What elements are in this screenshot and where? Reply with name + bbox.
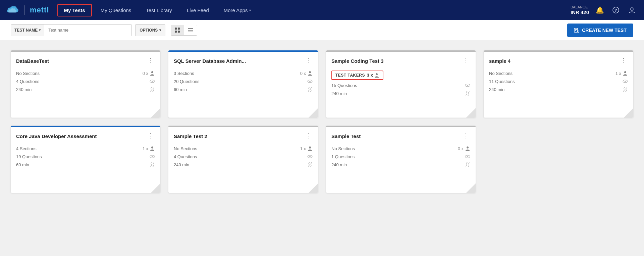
card-dogear [624,108,633,118]
filter-label-btn[interactable]: TEST NAME ▾ [11,25,44,36]
view-toggle [171,25,197,36]
link-icon [465,91,470,96]
list-view-button[interactable] [184,25,197,35]
takers-count: 1 x [300,146,313,151]
svg-point-30 [152,156,153,157]
duration-label: 60 min [16,162,29,167]
card-dogear [466,183,476,193]
card-header: sample 4 ⋮ [484,52,633,68]
takers-count: 1 x [143,146,155,151]
card-duration-row: 240 min [331,162,470,167]
nav-test-library[interactable]: Test Library [140,5,178,16]
link-icon [307,87,313,92]
card-menu-button[interactable]: ⋮ [304,133,313,139]
card-menu-button[interactable]: ⋮ [619,57,628,63]
takers-label: TEST TAKERS [335,73,365,78]
svg-rect-9 [188,32,193,32]
nav-live-feed[interactable]: Live Feed [181,5,215,16]
card-header: Sample Test ⋮ [326,127,476,143]
person-icon [150,146,155,151]
takers-count: 1 x [615,71,628,76]
test-card[interactable]: Sample Test 2 ⋮ No Sections 1 x 4 Questi… [168,126,318,193]
card-sections-row: No Sections 1 x [489,71,628,76]
card-menu-button[interactable]: ⋮ [146,133,155,139]
card-title: Sample Coding Test 3 [331,57,462,65]
test-card[interactable]: Core Java Developer Assessment ⋮ 4 Secti… [11,126,160,193]
svg-point-36 [467,156,468,157]
svg-point-24 [467,85,468,86]
notifications-button[interactable]: 🔔 [594,5,605,15]
card-dogear [309,108,318,118]
toolbar: TEST NAME ▾ OPTIONS ▾ [0,20,644,40]
duration-label: 240 min [174,162,189,167]
card-duration-row: 240 min [331,91,470,96]
duration-label: 240 min [16,87,32,92]
svg-rect-6 [178,31,180,33]
svg-rect-3 [175,28,177,30]
card-sections-row: No Sections 1 x [174,146,313,151]
card-sections-row: 4 Sections 1 x [16,146,155,151]
logo-divider [24,5,24,15]
card-duration-row: 60 min [16,162,155,167]
person-icon [465,146,470,151]
person-icon [150,71,155,76]
card-sections-row: No Sections 0 x [331,146,470,151]
eye-icon [150,154,155,159]
sections-label: 4 Sections [16,146,37,151]
card-title: DataBaseTest [16,57,146,65]
eye-icon [623,79,628,84]
account-button[interactable] [627,5,637,15]
person-icon [374,73,379,78]
svg-rect-10 [574,28,578,32]
card-body: No Sections 0 x 1 Questions 240 min [326,143,476,175]
card-header: Sample Coding Test 3 ⋮ [326,52,476,68]
svg-point-19 [309,71,311,73]
help-button[interactable]: ? [610,5,621,15]
card-body: TEST TAKERS 3 x 15 Questions 240 min [326,68,476,104]
link-icon [150,87,155,92]
logo: mettl [7,5,49,15]
duration-label: 240 min [331,91,347,96]
options-button[interactable]: OPTIONS ▾ [135,24,165,36]
questions-label: 11 Questions [489,79,515,84]
eye-icon [465,83,470,88]
svg-point-31 [309,146,311,148]
card-menu-button[interactable]: ⋮ [462,57,470,63]
card-title: Sample Test 2 [174,133,304,140]
card-menu-button[interactable]: ⋮ [304,57,313,63]
card-header: Core Java Developer Assessment ⋮ [11,127,160,143]
test-card[interactable]: Sample Test ⋮ No Sections 0 x 1 Question… [326,126,476,193]
svg-point-33 [309,156,311,157]
nav-more-apps[interactable]: More Apps ▾ [218,5,257,16]
filter-chevron-icon: ▾ [39,28,41,32]
balance-display: BALANCE INR 420 [571,5,589,15]
nav-my-tests[interactable]: My Tests [57,4,92,16]
sections-label: No Sections [331,146,355,151]
person-icon [307,146,313,151]
create-new-test-button[interactable]: CREATE NEW TEST [567,24,633,37]
card-dogear [309,183,318,193]
svg-point-2 [631,8,633,10]
grid-view-button[interactable] [171,25,184,35]
card-body: No Sections 1 x 11 Questions 240 min [484,68,633,100]
questions-label: 15 Questions [331,83,357,88]
search-input[interactable] [44,25,131,36]
sections-label: No Sections [174,146,197,151]
questions-label: 4 Questions [174,154,197,159]
card-menu-button[interactable]: ⋮ [462,133,470,139]
svg-point-22 [376,73,378,75]
takers-count: 0 x [143,71,155,76]
card-menu-button[interactable]: ⋮ [146,57,155,63]
duration-label: 240 min [331,162,347,167]
card-body: 4 Sections 1 x 19 Questions 60 min [11,143,160,175]
test-card[interactable]: sample 4 ⋮ No Sections 1 x 11 Questions [484,50,633,118]
nav-my-questions[interactable]: My Questions [95,5,138,16]
card-duration-row: 240 min [489,87,628,92]
card-sections-row: 3 Sections 0 x [174,71,313,76]
svg-text:?: ? [614,8,617,13]
eye-icon [307,154,313,159]
test-card[interactable]: SQL Server Database Admin... ⋮ 3 Section… [168,50,318,118]
test-card[interactable]: DataBaseTest ⋮ No Sections 0 x 4 Questio… [11,50,160,118]
test-card[interactable]: Sample Coding Test 3 ⋮ TEST TAKERS 3 x 1… [326,50,476,118]
card-header: Sample Test 2 ⋮ [168,127,318,143]
